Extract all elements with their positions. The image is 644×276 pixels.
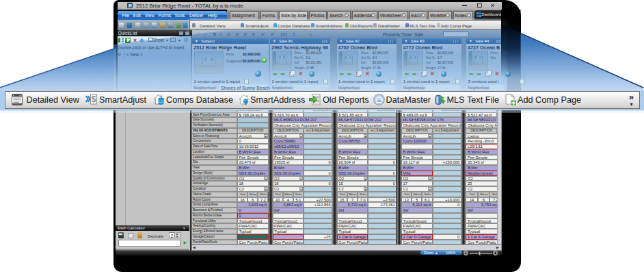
svg-text:$: $ <box>91 95 96 104</box>
svg-text:360: 360 <box>377 99 381 103</box>
